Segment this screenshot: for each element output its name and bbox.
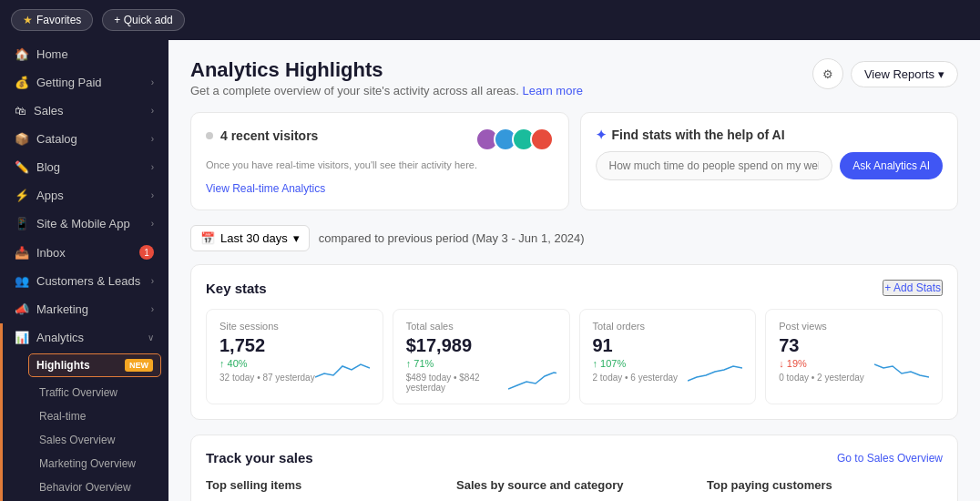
sparkline-icon [315, 357, 370, 383]
chevron-right-icon: › [151, 304, 154, 314]
sidebar-item-marketing[interactable]: 📣Marketing › [0, 295, 168, 323]
topbar: ★ Favorites + Quick add [0, 0, 980, 40]
sparkline-icon [874, 357, 929, 383]
sidebar-item-analytics[interactable]: 📊Analytics ∨ [3, 323, 168, 352]
ask-ai-button[interactable]: Ask Analytics AI [840, 152, 943, 179]
sparkline-icon [508, 367, 556, 393]
calendar-icon: 📅 [200, 231, 215, 245]
track-sales-title: Track your sales [206, 450, 313, 465]
chevron-right-icon: › [151, 77, 154, 87]
stat-item-sales: Total sales $17,989 ↑ 71% $489 today • $… [393, 309, 570, 404]
star-icon: ★ [23, 14, 33, 26]
visitors-card: 4 recent visitors Once you have real-tim… [190, 112, 569, 210]
page-subtitle: Get a complete overview of your site's a… [190, 84, 583, 97]
analytics-section: 📊Analytics ∨ Highlights NEW Traffic Over… [0, 323, 168, 501]
favorites-button[interactable]: ★ Favorites [11, 9, 93, 31]
header-actions: ⚙ View Reports ▾ [812, 58, 958, 89]
sidebar-sub-item-real-time[interactable]: Real-time [39, 404, 168, 428]
gear-icon: ⚙ [822, 67, 833, 81]
ai-search-row: Ask Analytics AI [596, 151, 944, 180]
page-header: Analytics Highlights Get a complete over… [190, 58, 958, 97]
sidebar-sub-item-marketing-overview[interactable]: Marketing Overview [39, 452, 168, 475]
sidebar-item-customers-leads[interactable]: 👥Customers & Leads › [0, 267, 168, 295]
ai-sparkle-icon: ✦ [596, 128, 607, 142]
chevron-right-icon: › [151, 106, 154, 116]
sidebar-item-getting-paid[interactable]: 💰Getting Paid › [0, 68, 168, 97]
stat-item-post-views: Post views 73 ↓ 19% 0 today • 2 yesterda… [765, 309, 943, 404]
sidebar-item-inbox[interactable]: 📥Inbox 1 [0, 238, 168, 267]
track-grid: Top selling items 12 items sold ↑ 141% $… [206, 478, 943, 501]
settings-button[interactable]: ⚙ [812, 58, 843, 89]
status-dot [206, 132, 213, 139]
page-title: Analytics Highlights [190, 58, 583, 82]
sidebar-item-catalog[interactable]: 📦Catalog › [0, 125, 168, 153]
chevron-right-icon: › [151, 134, 154, 144]
ai-query-input[interactable] [596, 151, 833, 180]
inbox-badge: 1 [139, 245, 154, 260]
sidebar-sub-item-behavior-overview[interactable]: Behavior Overview [39, 475, 168, 499]
view-realtime-link[interactable]: View Real-time Analytics [206, 182, 325, 195]
go-to-sales-link[interactable]: Go to Sales Overview [837, 452, 943, 465]
view-reports-button[interactable]: View Reports ▾ [851, 61, 958, 87]
main-content: Analytics Highlights Get a complete over… [168, 0, 980, 501]
sparkline-icon [688, 357, 742, 383]
stats-grid: Site sessions 1,752 ↑ 40% 32 today • 87 … [206, 309, 943, 404]
sidebar-sub-item-highlights[interactable]: Highlights NEW [28, 353, 161, 377]
top-cards-row: 4 recent visitors Once you have real-tim… [190, 112, 958, 210]
sidebar-sub-item-sales-overview[interactable]: Sales Overview [39, 428, 168, 452]
ai-card-header: ✦ Find stats with the help of AI [596, 128, 944, 142]
top-selling-items-col: Top selling items 12 items sold ↑ 141% $… [206, 478, 442, 501]
sidebar-item-home[interactable]: 🏠Home [0, 40, 168, 68]
chevron-down-icon: ▾ [938, 67, 944, 81]
sidebar-item-site-mobile[interactable]: 📱Site & Mobile App › [0, 210, 168, 238]
sales-by-source-col: Sales by source and category Facebook (P… [456, 478, 692, 501]
filter-row: 📅 Last 30 days ▾ compared to previous pe… [190, 225, 958, 251]
sidebar-item-apps[interactable]: ⚡Apps › [0, 181, 168, 210]
chevron-right-icon: › [151, 190, 154, 200]
chevron-right-icon: › [151, 219, 154, 229]
key-stats-title: Key stats [206, 281, 267, 296]
sidebar-item-sales[interactable]: 🛍Sales › [0, 97, 168, 125]
learn-more-link[interactable]: Learn more [522, 84, 582, 97]
sidebar-sub-item-traffic-overview[interactable]: Traffic Overview [39, 381, 168, 404]
new-badge: NEW [125, 359, 153, 372]
stat-item-sessions: Site sessions 1,752 ↑ 40% 32 today • 87 … [206, 309, 383, 404]
date-range-selector[interactable]: 📅 Last 30 days ▾ [190, 225, 310, 251]
sidebar-item-blog[interactable]: ✏️Blog › [0, 153, 168, 181]
chevron-right-icon: › [151, 162, 154, 172]
chevron-down-icon: ▾ [293, 231, 300, 245]
chevron-right-icon: › [151, 276, 154, 286]
ai-card: ✦ Find stats with the help of AI Ask Ana… [580, 112, 959, 210]
key-stats-section: Key stats + Add Stats Site sessions 1,75… [190, 264, 958, 420]
add-stats-button[interactable]: + Add Stats [883, 280, 943, 296]
avatar-group [475, 128, 554, 151]
top-customers-col: Top paying customers 2 orders $668 › [707, 478, 943, 501]
track-sales-section: Track your sales Go to Sales Overview To… [190, 435, 958, 501]
visitors-title: 4 recent visitors [220, 128, 318, 143]
visitors-description: Once you have real-time visitors, you'll… [206, 158, 554, 172]
avatar [530, 128, 554, 151]
sidebar: 🏠Home 💰Getting Paid › 🛍Sales › 📦Catalog … [0, 0, 168, 501]
quick-add-button[interactable]: + Quick add [102, 9, 184, 31]
chevron-down-icon: ∨ [148, 332, 154, 343]
analytics-sub-menu: Traffic Overview Real-time Sales Overvie… [3, 381, 168, 501]
stat-item-orders: Total orders 91 ↑ 107% 2 today • 6 yeste… [579, 309, 757, 404]
comparison-label: compared to previous period (May 3 - Jun… [319, 231, 585, 245]
